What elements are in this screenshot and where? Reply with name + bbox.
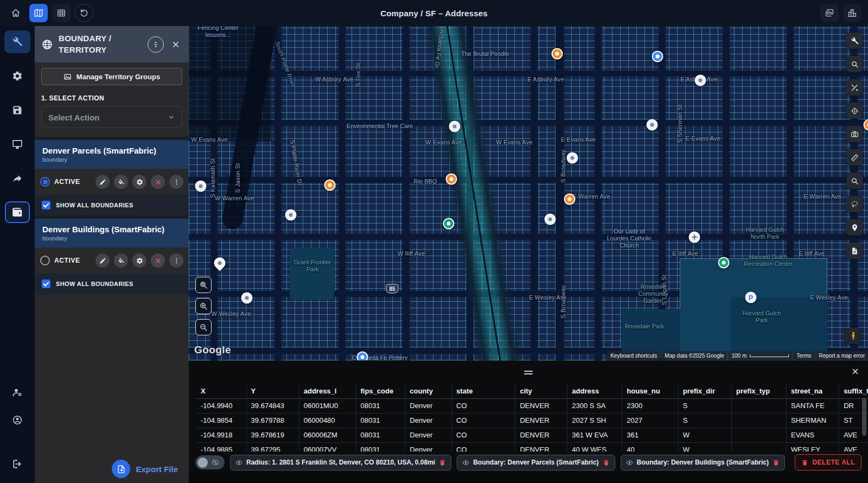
- table-row[interactable]: -104.991839.678619060006ZM08031DenverCOD…: [196, 428, 868, 442]
- sidebar-user-settings-button[interactable]: [4, 381, 30, 404]
- table-cell[interactable]: CO: [452, 413, 515, 428]
- map-search-area-button[interactable]: [846, 173, 863, 189]
- map-measure-button[interactable]: [846, 149, 863, 166]
- zoom-in-button[interactable]: [195, 298, 212, 314]
- active-radio[interactable]: [40, 177, 50, 187]
- map-marker-food[interactable]: [324, 180, 336, 191]
- table-cell[interactable]: [732, 428, 787, 442]
- delete-all-button[interactable]: DELETE ALL: [795, 454, 861, 471]
- panel-close-button[interactable]: [169, 38, 182, 51]
- map-marker-poi[interactable]: [545, 214, 556, 225]
- boundary-parcels-chip[interactable]: Boundary: Denver Parcels (SmartFabric): [457, 455, 615, 471]
- visibility-toggle[interactable]: [195, 455, 225, 469]
- column-header[interactable]: city: [515, 384, 567, 398]
- column-header[interactable]: street_na: [787, 384, 839, 398]
- map-marker-poi[interactable]: [449, 121, 461, 132]
- terms-link[interactable]: Terms: [793, 351, 814, 360]
- column-header[interactable]: prefix_typ: [732, 384, 787, 398]
- table-cell[interactable]: CO: [452, 398, 515, 413]
- map-wrench-button[interactable]: [846, 33, 863, 49]
- table-view-button[interactable]: [52, 4, 71, 22]
- sidebar-logout-button[interactable]: [4, 453, 30, 475]
- column-header[interactable]: Y: [246, 384, 299, 398]
- active-radio[interactable]: [40, 256, 50, 265]
- pegman-button[interactable]: [845, 328, 861, 344]
- sidebar-tools-button[interactable]: [4, 30, 30, 53]
- settings-button[interactable]: [132, 253, 146, 268]
- table-cell[interactable]: 2300 S SA: [567, 398, 622, 413]
- table-cell[interactable]: 361 W EVA: [567, 428, 622, 442]
- map-pin-button[interactable]: [846, 219, 863, 236]
- table-cell[interactable]: EVANS: [787, 428, 839, 442]
- action-select[interactable]: Select Action: [41, 106, 182, 128]
- trash-icon[interactable]: [773, 459, 780, 466]
- map-multitool-button[interactable]: [846, 79, 863, 96]
- export-file-label[interactable]: Export File: [136, 465, 178, 474]
- map-view-button[interactable]: [29, 4, 48, 22]
- boundary-section-header[interactable]: Denver Parcels (SmartFabric) boundary: [35, 140, 189, 169]
- scrollbar-thumb[interactable]: [862, 398, 866, 436]
- table-cell[interactable]: DENVER: [515, 442, 567, 452]
- column-header[interactable]: address: [567, 384, 622, 398]
- map-marker-green[interactable]: [718, 257, 730, 269]
- table-cell[interactable]: 060006ZM: [299, 428, 356, 442]
- column-header[interactable]: house_nu: [622, 384, 678, 398]
- table-cell[interactable]: SHERMAN: [787, 413, 839, 428]
- more-button[interactable]: [169, 175, 183, 189]
- edit-button[interactable]: [95, 175, 110, 189]
- zoom-out-button[interactable]: [195, 319, 212, 335]
- map-marker-food[interactable]: [864, 119, 868, 131]
- table-cell[interactable]: W: [678, 428, 731, 442]
- home-button[interactable]: [7, 4, 25, 22]
- table-cell[interactable]: Denver: [405, 398, 452, 413]
- table-cell[interactable]: Denver: [405, 413, 452, 428]
- table-cell[interactable]: SANTA FE: [787, 398, 839, 413]
- more-button[interactable]: [169, 253, 183, 268]
- column-header[interactable]: state: [452, 384, 515, 398]
- settings-button[interactable]: [132, 175, 146, 189]
- sidebar-settings-button[interactable]: [4, 65, 30, 87]
- map-marker-church[interactable]: [689, 232, 700, 243]
- map-marker-poi[interactable]: [567, 152, 578, 164]
- table-cell[interactable]: [732, 413, 787, 428]
- manage-territory-groups-button[interactable]: Manage Territory Groups: [41, 68, 182, 85]
- boundary-buildings-chip[interactable]: Boundary: Denver Buildings (SmartFabric): [621, 455, 785, 471]
- table-cell[interactable]: 08031: [356, 413, 405, 428]
- sidebar-save-button[interactable]: [4, 99, 30, 122]
- panel-drag-handle[interactable]: [524, 371, 533, 374]
- table-cell[interactable]: S: [678, 413, 731, 428]
- table-row[interactable]: -104.985439.6797880600048008031DenverCOD…: [196, 413, 868, 428]
- map-locate-button[interactable]: [846, 103, 863, 119]
- eye-icon[interactable]: [462, 459, 469, 466]
- trash-icon[interactable]: [439, 459, 446, 466]
- table-cell[interactable]: -104.9885: [196, 442, 246, 452]
- table-cell[interactable]: WESLEY: [787, 442, 839, 452]
- report-map-error-link[interactable]: Report a map error: [816, 351, 868, 360]
- table-cell[interactable]: Denver: [405, 442, 452, 452]
- remove-button[interactable]: [151, 253, 165, 268]
- media-button[interactable]: [820, 4, 839, 22]
- style-fill-button[interactable]: [114, 253, 128, 268]
- table-cell[interactable]: CO: [452, 442, 515, 452]
- map-marker-poi[interactable]: [695, 75, 706, 86]
- table-cell[interactable]: -104.9940: [196, 398, 246, 413]
- table-cell[interactable]: 39.679788: [246, 413, 299, 428]
- column-header[interactable]: address_l: [299, 384, 356, 398]
- table-row[interactable]: -104.988539.67295060007VV08031DenverCODE…: [196, 442, 868, 452]
- sidebar-support-button[interactable]: [4, 409, 30, 431]
- map-marker-food[interactable]: [446, 174, 457, 185]
- column-header[interactable]: prefix_dir: [678, 384, 731, 398]
- map-canvas[interactable]: W Asbury AveE Asbury AveE Asbury AveW Ev…: [189, 26, 868, 360]
- map-lasso-button[interactable]: [846, 196, 863, 212]
- table-cell[interactable]: CO: [452, 428, 515, 442]
- map-documents-button[interactable]: [846, 243, 863, 259]
- radius-chip[interactable]: Radius: 1. 2801 S Franklin St, Denver, C…: [230, 455, 451, 471]
- map-marker-food[interactable]: [552, 48, 563, 60]
- table-cell[interactable]: [732, 442, 787, 452]
- sidebar-share-button[interactable]: [4, 167, 30, 190]
- table-cell[interactable]: W: [678, 442, 731, 452]
- table-cell[interactable]: 08031: [356, 398, 405, 413]
- table-cell[interactable]: 39.678619: [246, 428, 299, 442]
- sidebar-wallet-button[interactable]: [5, 201, 30, 223]
- undo-button[interactable]: [75, 4, 93, 22]
